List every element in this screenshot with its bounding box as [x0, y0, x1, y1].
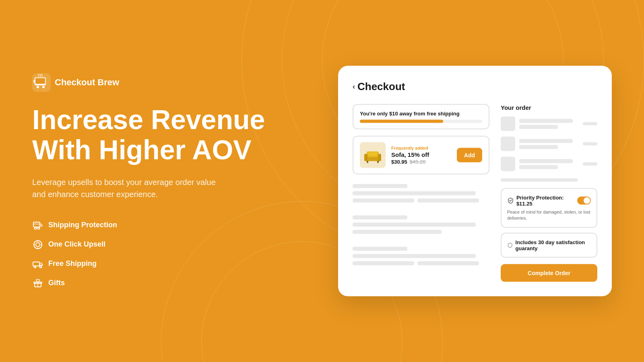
order-item-lines [519, 119, 579, 129]
feature-free-shipping: Free Shipping [32, 258, 266, 269]
skeleton-line [519, 125, 558, 129]
free-shipping-icon [32, 258, 43, 269]
checkout-title: Checkout [357, 80, 405, 93]
brand-icon [32, 73, 51, 92]
svg-point-10 [34, 241, 42, 249]
svg-point-18 [40, 265, 42, 267]
feature-label: One Click Upsell [48, 240, 105, 249]
guarantee-icon [507, 241, 513, 249]
feature-label: Free Shipping [48, 259, 97, 268]
feature-shipping-protection: Shipping Protection [32, 220, 266, 231]
protection-description: Peace of mind for damaged, stolen, or lo… [507, 209, 591, 222]
checkout-header: ‹ Checkout [353, 80, 597, 93]
skeleton-line [353, 199, 414, 203]
frequently-added-badge: Frequently added [391, 146, 451, 150]
svg-point-12 [37, 240, 39, 241]
protection-card: Priority Protection: $11.25 Peace of min… [501, 188, 597, 228]
shipping-bar-text: You're only $10 away from free shipping [360, 111, 482, 117]
feature-label: Gifts [48, 279, 65, 287]
skeleton-line [353, 254, 476, 258]
svg-rect-28 [368, 152, 377, 156]
svg-point-9 [38, 227, 40, 229]
order-item-price [583, 142, 597, 146]
svg-point-14 [34, 244, 35, 245]
product-name: Sofa, 15% off [391, 151, 451, 158]
features-list: Shipping Protection One Click Upsell [32, 220, 266, 289]
order-item [501, 117, 597, 131]
shipping-bar-card: You're only $10 away from free shipping [353, 104, 489, 130]
checkout-left-column: You're only $10 away from free shipping [353, 104, 489, 282]
skeleton-line [519, 165, 558, 169]
skeleton-line [353, 230, 442, 234]
complete-order-button[interactable]: Complete Order [501, 264, 597, 282]
add-upsell-button[interactable]: Add [457, 148, 482, 162]
svg-rect-5 [33, 80, 35, 83]
checkout-right-column: Your order [501, 104, 597, 282]
protection-title: Priority Protection: $11.25 [507, 195, 577, 207]
one-click-upsell-icon [32, 239, 43, 250]
skeleton-section-1 [353, 181, 489, 206]
brand: Checkout Brew [32, 73, 266, 92]
order-item-lines [519, 139, 579, 149]
skeleton-line [417, 199, 479, 203]
order-item-price [583, 122, 597, 125]
order-item-image [501, 117, 515, 131]
svg-point-4 [42, 86, 45, 88]
gifts-icon [32, 278, 43, 289]
skeleton-line [353, 184, 407, 188]
your-order-title: Your order [501, 104, 597, 111]
price-current: $30.95 [391, 159, 407, 165]
svg-rect-25 [378, 154, 381, 161]
protection-toggle[interactable] [577, 197, 591, 205]
skeleton-line [353, 223, 476, 227]
subtotal-skeleton [501, 179, 578, 182]
order-items [501, 117, 597, 171]
svg-point-3 [37, 86, 39, 88]
svg-rect-2 [35, 78, 45, 84]
svg-rect-6 [33, 222, 40, 227]
svg-rect-7 [33, 224, 40, 224]
skeleton-line [519, 159, 573, 163]
order-item [501, 137, 597, 151]
shield-icon [507, 197, 514, 204]
left-panel: Checkout Brew Increase Revenue With High… [32, 73, 266, 289]
svg-point-8 [35, 227, 37, 229]
guarantee-card: Includes 30 day satisfaction guaranty [501, 232, 597, 257]
feature-label: Shipping Protection [48, 221, 117, 229]
sofa-image [360, 142, 386, 168]
skeleton-line [353, 261, 414, 265]
svg-point-11 [36, 243, 40, 247]
checkout-ui: ‹ Checkout You're only $10 away from fre… [338, 66, 612, 296]
svg-rect-24 [364, 154, 367, 161]
order-item-image [501, 137, 515, 151]
back-arrow[interactable]: ‹ [353, 82, 355, 91]
svg-rect-26 [367, 161, 368, 163]
svg-rect-27 [377, 161, 379, 163]
upsell-card: Frequently added Sofa, 15% off $30.95 $4… [353, 136, 489, 175]
guarantee-label: Includes 30 day satisfaction guaranty [516, 239, 591, 251]
shipping-protection-icon [32, 220, 43, 231]
order-item [501, 157, 597, 171]
svg-point-15 [41, 244, 42, 245]
prices: $30.95 $45.20 [391, 159, 451, 165]
protection-header: Priority Protection: $11.25 [507, 195, 591, 207]
feature-gifts: Gifts [32, 278, 266, 289]
feature-one-click-upsell: One Click Upsell [32, 239, 266, 250]
skeleton-line [353, 216, 407, 220]
guarantee-text: Includes 30 day satisfaction guaranty [507, 239, 591, 251]
skeleton-line [417, 261, 479, 265]
headline: Increase Revenue With Higher AOV [32, 105, 266, 165]
order-item-lines [519, 159, 579, 169]
order-item-price [583, 162, 597, 166]
skeleton-line [519, 139, 573, 143]
brand-name: Checkout Brew [55, 77, 119, 88]
skeleton-line [519, 145, 558, 149]
progress-bar-fill [360, 120, 443, 123]
upsell-info: Frequently added Sofa, 15% off $30.95 $4… [391, 146, 451, 165]
progress-bar-bg [360, 120, 482, 123]
skeleton-line [353, 247, 407, 251]
skeleton-line [519, 119, 573, 123]
protection-label: Priority Protection: $11.25 [516, 195, 577, 207]
skeleton-line [353, 191, 476, 195]
svg-rect-16 [33, 262, 39, 266]
